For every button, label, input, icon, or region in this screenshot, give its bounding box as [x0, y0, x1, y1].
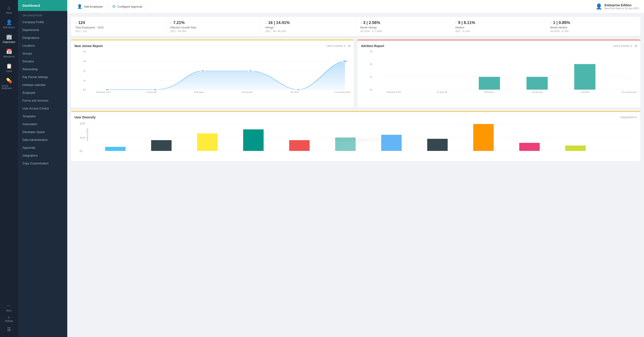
stat-prev-month-hirings: Jul 2018 - 2 | 1.83% [360, 30, 446, 32]
arrow-up-icon: ↑ [170, 21, 172, 25]
add-employee-button[interactable]: 👤 Add Employee [73, 2, 108, 11]
stat-value-total-employees: ↑ 124 [75, 20, 161, 25]
attrition-period-selector[interactable]: Last 6 months ▾ [613, 44, 632, 48]
svg-rect-34 [574, 64, 596, 90]
icon-rail: ⌂ Home 👤 Self-Service 🏢 Organization 📅 A… [0, 0, 18, 337]
sidebar-item-holidays-calendar[interactable]: Holidays calendar [18, 81, 67, 89]
sidebar-item-departments[interactable]: Departments [18, 26, 67, 34]
svg-rect-50 [197, 134, 218, 151]
arrow-down-icon: ↓ [265, 21, 267, 25]
arrow-up-icon: ↑ [455, 21, 457, 25]
new-joinee-chart-body: 4 3 2 1 0 [74, 50, 350, 104]
enterprise-title: Enterprise Edition [604, 3, 638, 7]
rail-label-organization: Organization [3, 41, 16, 43]
rail-item-settings[interactable]: ⚙ Settings [3, 314, 15, 324]
sidebar-item-rebranding[interactable]: Rebranding [18, 65, 67, 73]
svg-text:March: March [386, 91, 402, 93]
svg-rect-52 [289, 140, 310, 151]
svg-text:20: 20 [80, 122, 86, 125]
new-joinee-period-selector[interactable]: Last 6 months ▾ [326, 44, 345, 48]
rail-label-mediclaim: Group Mediclaim [2, 84, 16, 90]
add-employee-label: Add Employee [84, 5, 103, 8]
sidebar-item-forms-and-services[interactable]: Forms and Services [18, 97, 67, 104]
rail-item-more[interactable]: ··· More [0, 300, 18, 314]
svg-rect-58 [565, 146, 586, 151]
svg-point-13 [248, 70, 253, 72]
sidebar-item-integrations[interactable]: Integrations [18, 152, 67, 160]
sidebar-item-copy-customization[interactable]: Copy Customization [18, 160, 67, 167]
sidebar-dashboard-header[interactable]: Dashboard [18, 0, 67, 11]
svg-text:May: May [194, 91, 204, 93]
stat-prev-attrition: 2017 - 0 | 0% [455, 30, 541, 32]
rail-item-organization[interactable]: 🏢 Organization [0, 32, 18, 46]
stat-label-month-hirings: Month Hirings [360, 26, 446, 29]
attrition-chart-body: 3 2 1 0 [361, 50, 637, 104]
svg-rect-49 [151, 140, 172, 151]
stat-label-total-employees: Total Employees - 2018 [75, 26, 161, 29]
diversity-filter-selector[interactable]: Department ▾ [620, 116, 637, 119]
svg-rect-32 [479, 77, 500, 90]
rail-item-leave[interactable]: 📋 Leave [0, 61, 18, 75]
attrition-chart-title: Attrition Report [361, 44, 384, 48]
svg-text:June: June [241, 91, 252, 93]
sidebar-item-domains[interactable]: Domains [18, 58, 67, 65]
stat-label-growth-rate: Effective Growth Rate [170, 26, 256, 29]
sidebar-item-groups[interactable]: Groups [18, 50, 67, 58]
sidebar-item-user-access-control[interactable]: User Access Control [18, 104, 67, 112]
sidebar-item-templates[interactable]: Templates [18, 112, 67, 120]
stat-prev-total-employees: 2017 - 111 [75, 30, 161, 32]
svg-text:June: June [532, 91, 543, 93]
arrow-up-icon: ↑ [360, 21, 362, 25]
svg-rect-56 [473, 124, 494, 151]
content-area: ↑ 124 Total Employees - 2018 2017 - 111 … [67, 13, 644, 337]
new-joinee-chart-menu-icon[interactable]: ≡ [348, 44, 350, 48]
svg-text:0: 0 [370, 88, 372, 91]
sidebar-active-label: Dashboard [22, 4, 40, 8]
rail-hamburger-icon[interactable]: ☰ [5, 324, 13, 334]
sidebar-item-automation[interactable]: Automation [18, 120, 67, 128]
sidebar-item-company-profile[interactable]: Company Profile [18, 18, 67, 26]
rail-item-home[interactable]: ⌂ Home [0, 3, 18, 16]
diversity-chart-header: User Diversity Department ▾ [74, 116, 637, 119]
sidebar-item-employee[interactable]: Employee [18, 89, 67, 97]
stat-prev-growth-rate: 2017 - 44.16% [170, 30, 256, 32]
svg-point-10 [105, 89, 110, 90]
mediclaim-icon: 💊 [6, 78, 12, 84]
svg-rect-55 [427, 139, 448, 151]
svg-text:3: 3 [370, 50, 372, 53]
svg-text:0: 0 [83, 88, 86, 91]
arrow-up-icon: ↑ [550, 21, 552, 25]
stat-card-total-employees: ↑ 124 Total Employees - 2018 2017 - 111 [71, 17, 166, 36]
svg-text:2: 2 [83, 70, 86, 72]
sidebar-item-approvals[interactable]: Approvals [18, 144, 67, 152]
sidebar-item-data-administration[interactable]: Data Administration [18, 136, 67, 144]
svg-rect-48 [105, 147, 126, 151]
stat-card-attrition: ↑ 9 | 8.11% Attrition 2017 - 0 | 0% [451, 17, 546, 36]
svg-text:1: 1 [370, 75, 372, 78]
rail-label-home: Home [6, 12, 12, 14]
rail-item-group-mediclaim[interactable]: 💊 Group Mediclaim [0, 76, 18, 92]
attrition-chart-menu-icon[interactable]: ≡ [635, 44, 637, 48]
charts-row: New Joinee Report Last 6 months ▾ ≡ 4 3 [71, 40, 640, 108]
svg-text:March: March [96, 91, 111, 93]
sidebar-item-locations[interactable]: Locations [18, 42, 67, 50]
sidebar-item-designations[interactable]: Designations [18, 34, 67, 42]
self-service-icon: 👤 [6, 20, 12, 25]
rail-label-self-service: Self-Service [3, 26, 15, 29]
stats-row: ↑ 124 Total Employees - 2018 2017 - 111 … [71, 17, 640, 36]
svg-point-12 [201, 70, 205, 72]
chevron-down-icon: ▾ [631, 44, 632, 48]
svg-rect-57 [519, 143, 540, 151]
sidebar-item-developer-space[interactable]: Developer Space [18, 128, 67, 136]
configure-approval-button[interactable]: ⚙ Configure Approval [108, 2, 147, 11]
svg-text:3: 3 [83, 60, 86, 62]
svg-text:10: 10 [80, 136, 86, 139]
rail-item-attendance[interactable]: 📅 Attendance [0, 46, 18, 60]
stat-value-hirings: ↓ 16 | 14.41% [265, 20, 351, 25]
svg-point-15 [342, 60, 348, 62]
sidebar-item-pay-period-settings[interactable]: Pay Period Settings [18, 73, 67, 81]
svg-text:0: 0 [80, 150, 82, 152]
svg-rect-54 [381, 135, 402, 151]
rail-item-self-service[interactable]: 👤 Self-Service [0, 17, 18, 31]
new-joinee-chart-svg: 4 3 2 1 0 [74, 50, 350, 93]
